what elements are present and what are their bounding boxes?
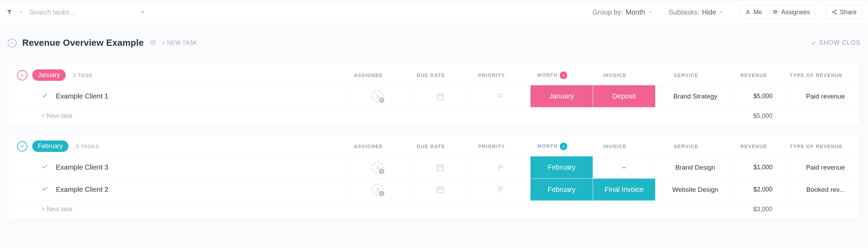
invoice-cell[interactable]: Deposit <box>593 85 655 107</box>
month-cell[interactable]: January <box>530 85 593 107</box>
filter-icon[interactable] <box>6 9 12 16</box>
svg-line-7 <box>833 12 835 14</box>
show-closed-label: SHOW CLOS <box>819 39 860 46</box>
group-by-value: Month <box>626 8 645 16</box>
column-header-priority[interactable]: PRIORITY <box>462 72 521 78</box>
task-count: 2 TASKS <box>76 144 99 149</box>
group-pill[interactable]: February <box>32 140 68 152</box>
complete-check-icon[interactable] <box>41 163 48 172</box>
svg-point-21 <box>377 188 378 189</box>
group-january: January 1 TASK ASSIGNEE DUE DATE PRIORIT… <box>8 63 860 126</box>
task-title: Example Client 1 <box>56 92 108 100</box>
person-icon <box>745 9 751 15</box>
assignees-label: Assignees <box>781 9 810 16</box>
svg-point-16 <box>377 165 378 167</box>
svg-rect-9 <box>152 42 153 44</box>
column-header-assignee[interactable]: ASSIGNEE <box>337 72 400 78</box>
task-row[interactable]: Example Client 3 + February – Brand Desi… <box>8 156 860 178</box>
group-pill[interactable]: January <box>32 69 66 81</box>
share-button[interactable]: Share <box>826 6 862 19</box>
service-cell[interactable]: Brand Design <box>655 156 735 178</box>
priority-cell[interactable] <box>471 85 530 107</box>
me-assignees-group: Me Assignees <box>740 6 815 19</box>
me-label: Me <box>753 9 762 16</box>
complete-check-icon[interactable] <box>41 92 48 101</box>
type-cell[interactable]: Paid revenue <box>791 156 860 178</box>
subtasks-label: Subtasks: <box>669 8 699 16</box>
new-task-button[interactable]: + New task <box>41 112 73 120</box>
service-cell[interactable]: Brand Strategy <box>655 85 735 107</box>
column-header-service[interactable]: SERVICE <box>646 144 726 149</box>
list-title: Revenue Overview Example <box>22 37 144 48</box>
svg-point-0 <box>747 10 749 12</box>
column-header-due-date[interactable]: DUE DATE <box>400 144 462 149</box>
column-header-type[interactable]: TYPE OF REVENUE <box>782 72 851 78</box>
subtasks-control[interactable]: Subtasks: Hide <box>669 8 724 16</box>
invoice-cell[interactable]: – <box>593 156 655 178</box>
column-header-type[interactable]: TYPE OF REVENUE <box>782 144 851 149</box>
due-date-cell[interactable] <box>409 179 471 200</box>
task-row[interactable]: Example Client 1 + January Deposit Brand… <box>8 85 860 107</box>
revenue-cell[interactable]: $1,000 <box>735 156 791 178</box>
svg-point-11 <box>377 94 378 96</box>
group-header: January 1 TASK ASSIGNEE DUE DATE PRIORIT… <box>8 63 860 85</box>
type-cell[interactable]: Booked rev... <box>791 179 860 200</box>
service-cell[interactable]: Website Design <box>655 179 735 200</box>
svg-point-1 <box>774 10 775 12</box>
people-icon <box>772 9 778 15</box>
group-february: February 2 TASKS ASSIGNEE DUE DATE PRIOR… <box>8 134 860 220</box>
info-icon[interactable] <box>149 39 156 47</box>
task-row[interactable]: Example Client 2 + February Final Invoic… <box>8 178 860 200</box>
new-task-button[interactable]: + New task <box>41 206 73 213</box>
column-header-assignee[interactable]: ASSIGNEE <box>337 144 400 149</box>
collapse-all-icon[interactable] <box>8 39 17 48</box>
assignee-cell[interactable]: + <box>346 156 409 178</box>
group-by-label: Group by: <box>592 8 623 16</box>
type-cell[interactable]: Paid revenue <box>791 85 860 107</box>
assignee-cell[interactable]: + <box>346 85 409 107</box>
show-closed-toggle[interactable]: SHOW CLOS <box>811 39 860 46</box>
svg-point-2 <box>776 11 777 12</box>
column-header-revenue[interactable]: REVENUE <box>726 72 782 78</box>
group-by-control[interactable]: Group by: Month <box>592 8 652 16</box>
filter-dropdown-icon[interactable] <box>19 9 23 15</box>
due-date-cell[interactable] <box>409 156 471 178</box>
invoice-cell[interactable]: Final Invoice <box>593 179 655 200</box>
chevron-down-icon <box>648 10 653 15</box>
column-header-month[interactable]: MONTH <box>521 143 584 150</box>
search-dropdown-icon[interactable] <box>140 9 145 16</box>
share-label: Share <box>840 9 857 16</box>
task-title: Example Client 3 <box>56 163 108 171</box>
column-header-priority[interactable]: PRIORITY <box>462 144 521 149</box>
column-header-invoice[interactable]: INVOICE <box>584 144 646 149</box>
assignee-cell[interactable]: + <box>346 179 409 200</box>
svg-rect-10 <box>152 41 153 41</box>
column-header-service[interactable]: SERVICE <box>646 72 726 78</box>
svg-rect-12 <box>437 94 443 100</box>
group-footer: + New task $5,000 <box>8 107 860 126</box>
group-header: February 2 TASKS ASSIGNEE DUE DATE PRIOR… <box>8 134 860 156</box>
share-icon <box>832 9 837 15</box>
new-task-header-button[interactable]: + NEW TASK <box>162 40 197 46</box>
revenue-total: $3,000 <box>735 206 791 213</box>
priority-cell[interactable] <box>471 156 530 178</box>
group-collapse-icon[interactable] <box>17 141 27 152</box>
group-collapse-icon[interactable] <box>17 70 27 80</box>
month-cell[interactable]: February <box>530 179 593 200</box>
assignees-button[interactable]: Assignees <box>767 6 815 19</box>
due-date-cell[interactable] <box>409 85 471 107</box>
month-cell[interactable]: February <box>530 156 593 178</box>
revenue-cell[interactable]: $5,000 <box>735 85 791 107</box>
column-header-month[interactable]: MONTH <box>521 71 584 79</box>
column-header-due-date[interactable]: DUE DATE <box>400 72 462 78</box>
sort-asc-icon <box>560 143 567 150</box>
complete-check-icon[interactable] <box>41 185 48 194</box>
search-input[interactable] <box>29 8 133 16</box>
priority-cell[interactable] <box>471 179 530 200</box>
column-header-revenue[interactable]: REVENUE <box>726 144 782 149</box>
me-button[interactable]: Me <box>740 6 767 19</box>
revenue-cell[interactable]: $2,000 <box>735 179 791 200</box>
column-header-invoice[interactable]: INVOICE <box>584 72 646 78</box>
chevron-down-icon <box>719 10 724 15</box>
subtasks-value: Hide <box>702 8 716 16</box>
